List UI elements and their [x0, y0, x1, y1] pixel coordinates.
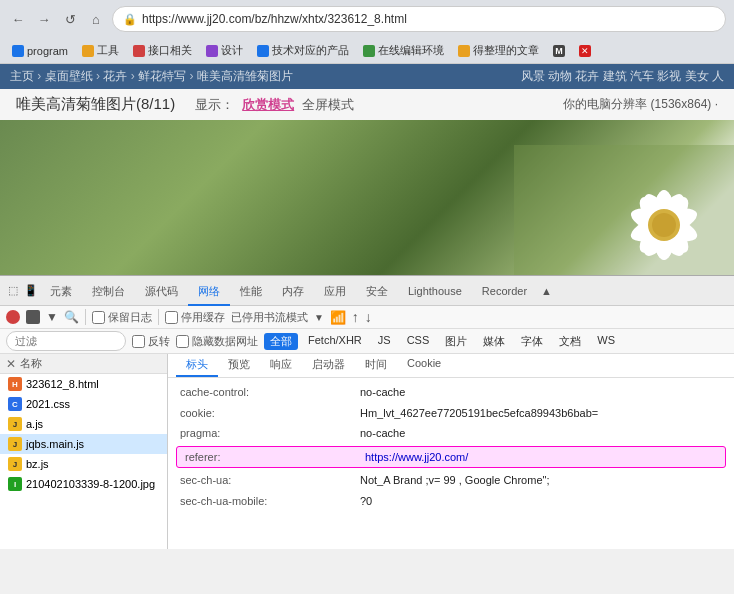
breadcrumb-sep: › — [189, 69, 193, 83]
breadcrumb-wallpaper[interactable]: 桌面壁纸 — [45, 69, 93, 83]
tab-initiator[interactable]: 启动器 — [302, 354, 355, 377]
invert-label[interactable]: 反转 — [132, 334, 170, 349]
bookmark-icon: M — [553, 45, 565, 57]
filter-js[interactable]: JS — [372, 333, 397, 350]
header-name: sec-ch-ua-mobile: — [180, 493, 360, 510]
header-row-cache-control: cache-control: no-cache — [168, 382, 734, 403]
site-nav: 主页 › 桌面壁纸 › 花卉 › 鲜花特写 › 唯美高清雏菊图片 风景 动物 花… — [0, 64, 734, 89]
tab-lighthouse[interactable]: Lighthouse — [398, 276, 472, 306]
network-filter-row: 反转 隐藏数据网址 全部 Fetch/XHR JS CSS 图片 媒体 字体 文… — [0, 329, 734, 354]
reload-button[interactable]: ↺ — [60, 9, 80, 29]
devtools-device-icon[interactable]: 📱 — [22, 282, 40, 300]
bookmark-tech[interactable]: 技术对应的产品 — [251, 41, 355, 60]
bookmark-design[interactable]: 设计 — [200, 41, 249, 60]
tab-console[interactable]: 控制台 — [82, 276, 135, 306]
bookmark-program[interactable]: program — [6, 43, 74, 59]
file-item-jqbs[interactable]: J jqbs.main.js — [0, 434, 167, 454]
bookmark-label: 在线编辑环境 — [378, 43, 444, 58]
filter-media[interactable]: 媒体 — [477, 333, 511, 350]
hide-data-urls-checkbox[interactable] — [176, 335, 189, 348]
tab-preview[interactable]: 预览 — [218, 354, 260, 377]
nav-bar: ← → ↺ ⌂ 🔒 https://www.jj20.com/bz/hhzw/x… — [0, 0, 734, 38]
js-icon: J — [8, 417, 22, 431]
breadcrumb-home[interactable]: 主页 — [10, 69, 34, 83]
file-name: jqbs.main.js — [26, 438, 84, 450]
disable-cache-label[interactable]: 停用缓存 — [165, 310, 225, 325]
bookmark-label: 得整理的文章 — [473, 43, 539, 58]
bookmark-api[interactable]: 接口相关 — [127, 41, 198, 60]
more-btn[interactable]: · — [715, 97, 718, 111]
file-item-jpg[interactable]: I 210402103339-8-1200.jpg — [0, 474, 167, 494]
breadcrumb-fresh[interactable]: 鲜花特写 — [138, 69, 186, 83]
view-mode-btn[interactable]: 欣赏模式 — [242, 96, 294, 114]
download-icon: ↓ — [365, 309, 372, 325]
detail-panel: 标头 预览 响应 启动器 时间 Cookie cache-control: no… — [168, 354, 734, 549]
bookmark-articles[interactable]: 得整理的文章 — [452, 41, 545, 60]
fullscreen-btn[interactable]: 全屏模式 — [302, 96, 354, 114]
bookmark-tools[interactable]: 工具 — [76, 41, 125, 60]
filter-fetch-xhr[interactable]: Fetch/XHR — [302, 333, 368, 350]
bookmark-icon — [363, 45, 375, 57]
filter-img[interactable]: 图片 — [439, 333, 473, 350]
tab-cookies[interactable]: Cookie — [397, 354, 451, 377]
bookmark-x[interactable]: ✕ — [573, 43, 597, 59]
record-button[interactable] — [6, 310, 20, 324]
breadcrumb: 主页 › 桌面壁纸 › 花卉 › 鲜花特写 › 唯美高清雏菊图片 — [10, 68, 293, 85]
filter-ws[interactable]: WS — [591, 333, 621, 350]
tab-memory[interactable]: 内存 — [272, 276, 314, 306]
forward-button[interactable]: → — [34, 9, 54, 29]
preserve-log-checkbox[interactable] — [92, 311, 105, 324]
tab-elements[interactable]: 元素 — [40, 276, 82, 306]
svg-point-10 — [652, 213, 676, 237]
close-icon[interactable]: ✕ — [6, 357, 16, 371]
bookmark-label: program — [27, 45, 68, 57]
address-bar[interactable]: 🔒 https://www.jj20.com/bz/hhzw/xhtx/3236… — [112, 6, 726, 32]
breadcrumb-current[interactable]: 唯美高清雏菊图片 — [197, 69, 293, 83]
file-item-a-js[interactable]: J a.js — [0, 414, 167, 434]
img-icon: I — [8, 477, 22, 491]
tab-sources[interactable]: 源代码 — [135, 276, 188, 306]
filter-icon[interactable]: ▼ — [46, 310, 58, 324]
filter-css[interactable]: CSS — [401, 333, 436, 350]
offline-dropdown-icon[interactable]: ▼ — [314, 312, 324, 323]
toolbar-separator — [85, 309, 86, 325]
header-value: no-cache — [360, 425, 722, 442]
header-value: https://www.jj20.com/ — [365, 449, 717, 466]
file-name: 2021.css — [26, 398, 70, 410]
tab-headers[interactable]: 标头 — [176, 354, 218, 377]
display-label: 显示： — [195, 96, 234, 114]
search-icon[interactable]: 🔍 — [64, 310, 79, 324]
home-button[interactable]: ⌂ — [86, 9, 106, 29]
filter-input[interactable] — [6, 331, 126, 351]
bookmarks-bar: program 工具 接口相关 设计 技术对应的产品 在线编辑环境 得整理的文章… — [0, 38, 734, 64]
stop-button[interactable] — [26, 310, 40, 324]
tab-response[interactable]: 响应 — [260, 354, 302, 377]
bookmark-icon — [12, 45, 24, 57]
preserve-log-label[interactable]: 保留日志 — [92, 310, 152, 325]
devtools-more-icon[interactable]: ▲ — [541, 285, 552, 297]
file-item-html[interactable]: H 323612_8.html — [0, 374, 167, 394]
lock-icon: 🔒 — [123, 13, 137, 26]
filter-doc[interactable]: 文档 — [553, 333, 587, 350]
filter-font[interactable]: 字体 — [515, 333, 549, 350]
tab-timing[interactable]: 时间 — [355, 354, 397, 377]
tab-application[interactable]: 应用 — [314, 276, 356, 306]
file-item-css[interactable]: C 2021.css — [0, 394, 167, 414]
file-list: ✕ 名称 H 323612_8.html C 2021.css J a.js J… — [0, 354, 168, 549]
breadcrumb-flower[interactable]: 花卉 — [103, 69, 127, 83]
invert-text: 反转 — [148, 334, 170, 349]
tab-security[interactable]: 安全 — [356, 276, 398, 306]
tab-recorder[interactable]: Recorder — [472, 276, 537, 306]
bookmark-m[interactable]: M — [547, 43, 571, 59]
tab-network[interactable]: 网络 — [188, 276, 230, 306]
bookmark-editor[interactable]: 在线编辑环境 — [357, 41, 450, 60]
hide-data-urls-label[interactable]: 隐藏数据网址 — [176, 334, 258, 349]
filter-all[interactable]: 全部 — [264, 333, 298, 350]
devtools-inspect-icon[interactable]: ⬚ — [4, 282, 22, 300]
network-toolbar: ▼ 🔍 保留日志 停用缓存 已停用书流模式 ▼ 📶 ↑ ↓ — [0, 306, 734, 329]
invert-checkbox[interactable] — [132, 335, 145, 348]
file-item-bz-js[interactable]: J bz.js — [0, 454, 167, 474]
disable-cache-checkbox[interactable] — [165, 311, 178, 324]
tab-performance[interactable]: 性能 — [230, 276, 272, 306]
back-button[interactable]: ← — [8, 9, 28, 29]
